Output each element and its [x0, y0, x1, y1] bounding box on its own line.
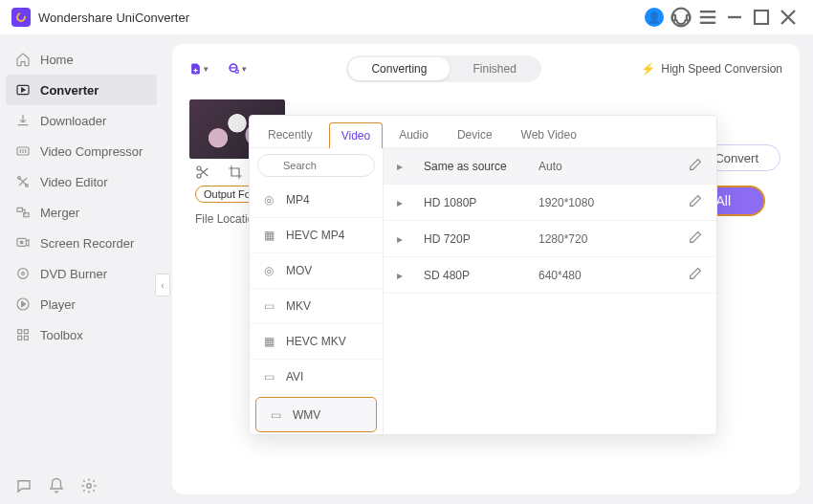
format-item-hevcmkv[interactable]: ▦HEVC MKV — [250, 324, 383, 360]
format-item-hevcmp4[interactable]: ▦HEVC MP4 — [250, 218, 383, 253]
svg-point-19 — [22, 273, 25, 275]
video-icon: ▭ — [261, 298, 276, 314]
format-item-wmv[interactable]: ▭WMV — [255, 397, 377, 432]
sidebar-item-merger[interactable]: Merger — [0, 197, 163, 228]
popup-tab-video[interactable]: Video — [329, 122, 383, 148]
titlebar: Wondershare UniConverter 👤 — [0, 0, 813, 34]
sidebar-item-label: Converter — [40, 83, 99, 98]
svg-point-25 — [87, 484, 92, 489]
sidebar-item-toolbox[interactable]: Toolbox — [0, 319, 163, 350]
sidebar-footer — [15, 477, 98, 494]
converter-icon — [15, 82, 31, 98]
popup-tab-recently[interactable]: Recently — [255, 121, 325, 147]
edit-icon[interactable] — [688, 193, 703, 211]
sidebar-item-label: Video Editor — [40, 175, 108, 189]
sidebar-item-recorder[interactable]: Screen Recorder — [0, 228, 163, 258]
app-title: Wondershare UniConverter — [38, 11, 189, 25]
svg-point-18 — [18, 269, 29, 279]
dvd-icon — [15, 266, 31, 281]
notification-icon[interactable] — [48, 477, 65, 494]
sidebar-item-label: Video Compressor — [40, 144, 143, 159]
high-speed-toggle[interactable]: ⚡High Speed Conversion — [641, 62, 782, 76]
svg-rect-23 — [18, 336, 22, 340]
sidebar-collapse-button[interactable]: ‹ — [155, 274, 170, 296]
svg-rect-7 — [755, 11, 768, 24]
codec-icon: ▦ — [261, 228, 276, 243]
merger-icon — [15, 205, 31, 220]
svg-rect-1 — [672, 15, 676, 21]
settings-icon[interactable] — [80, 477, 98, 494]
disc-icon: ◎ — [261, 192, 276, 208]
compressor-icon — [15, 143, 31, 159]
sidebar-item-label: Player — [40, 297, 76, 312]
add-file-button[interactable]: ▾ — [189, 59, 209, 78]
edit-icon[interactable] — [688, 230, 703, 248]
svg-rect-21 — [18, 330, 22, 334]
edit-icon[interactable] — [688, 266, 703, 284]
player-icon — [15, 296, 31, 312]
sidebar: Home Converter Downloader Video Compress… — [0, 34, 163, 504]
format-item-mkv[interactable]: ▭MKV — [250, 289, 383, 324]
sidebar-item-dvd[interactable]: DVD Burner — [0, 258, 163, 289]
sidebar-item-player[interactable]: Player — [0, 289, 163, 319]
codec-icon: ▦ — [261, 334, 276, 349]
sidebar-item-label: Merger — [40, 206, 79, 220]
minimize-icon[interactable] — [721, 4, 748, 31]
sidebar-item-home[interactable]: Home — [0, 44, 163, 75]
format-list: 🔍 ◎MP4 ▦HEVC MP4 ◎MOV ▭MKV ▦HEVC MKV ▭AV… — [250, 148, 384, 434]
svg-rect-22 — [24, 330, 28, 334]
format-item-mov[interactable]: ◎MOV — [250, 253, 383, 289]
svg-rect-2 — [687, 15, 691, 21]
play-box-icon: ▸ — [397, 232, 412, 246]
format-search-input[interactable] — [257, 154, 375, 177]
popup-tab-audio[interactable]: Audio — [386, 121, 441, 147]
play-box-icon: ▸ — [397, 269, 412, 282]
feedback-icon[interactable] — [15, 477, 33, 494]
close-icon[interactable] — [775, 4, 802, 31]
film-icon: ▭ — [261, 369, 276, 384]
home-icon — [15, 52, 31, 67]
high-speed-label: High Speed Conversion — [661, 62, 782, 76]
sidebar-item-label: DVD Burner — [40, 267, 107, 281]
tab-finished[interactable]: Finished — [450, 57, 538, 80]
resolution-list: ▸ Same as source Auto ▸ HD 1080P 1920*10… — [384, 148, 716, 434]
resolution-row[interactable]: ▸ Same as source Auto — [384, 148, 716, 185]
sidebar-item-downloader[interactable]: Downloader — [0, 105, 163, 136]
toolbox-icon — [15, 327, 31, 342]
crop-icon[interactable] — [228, 164, 243, 180]
status-segmented: Converting Finished — [346, 55, 540, 82]
svg-rect-14 — [17, 208, 22, 211]
editor-icon — [15, 174, 31, 189]
add-url-button[interactable]: ▾ — [228, 59, 247, 78]
disc-icon: ◎ — [261, 263, 276, 278]
download-icon — [15, 113, 31, 128]
sidebar-item-compressor[interactable]: Video Compressor — [0, 136, 163, 166]
svg-point-17 — [20, 241, 23, 244]
sidebar-item-label: Downloader — [40, 114, 106, 128]
sidebar-item-converter[interactable]: Converter — [6, 75, 157, 105]
popup-tab-device[interactable]: Device — [445, 121, 505, 147]
play-box-icon: ▸ — [397, 196, 412, 209]
svg-rect-24 — [24, 336, 28, 340]
sidebar-item-editor[interactable]: Video Editor — [0, 166, 163, 197]
trim-icon[interactable] — [195, 164, 210, 180]
menu-icon[interactable] — [694, 4, 721, 31]
maximize-icon[interactable] — [748, 4, 775, 31]
edit-icon[interactable] — [688, 157, 703, 175]
resolution-row[interactable]: ▸ SD 480P 640*480 — [384, 257, 716, 294]
format-item-avi[interactable]: ▭AVI — [250, 360, 383, 395]
format-popup: Recently Video Audio Device Web Video 🔍 … — [249, 115, 717, 435]
support-icon[interactable] — [668, 4, 694, 31]
resolution-row[interactable]: ▸ HD 720P 1280*720 — [384, 221, 716, 257]
format-item-mp4[interactable]: ◎MP4 — [250, 183, 383, 218]
play-box-icon: ▸ — [397, 160, 412, 173]
tab-converting[interactable]: Converting — [348, 57, 450, 80]
film-icon: ▭ — [268, 407, 283, 423]
sidebar-item-label: Home — [40, 53, 74, 67]
sidebar-item-label: Toolbox — [40, 328, 83, 342]
popup-tab-web[interactable]: Web Video — [509, 121, 589, 147]
app-logo — [11, 8, 31, 27]
bolt-icon: ⚡ — [641, 62, 655, 76]
account-icon[interactable]: 👤 — [641, 4, 668, 31]
resolution-row[interactable]: ▸ HD 1080P 1920*1080 — [384, 185, 716, 221]
